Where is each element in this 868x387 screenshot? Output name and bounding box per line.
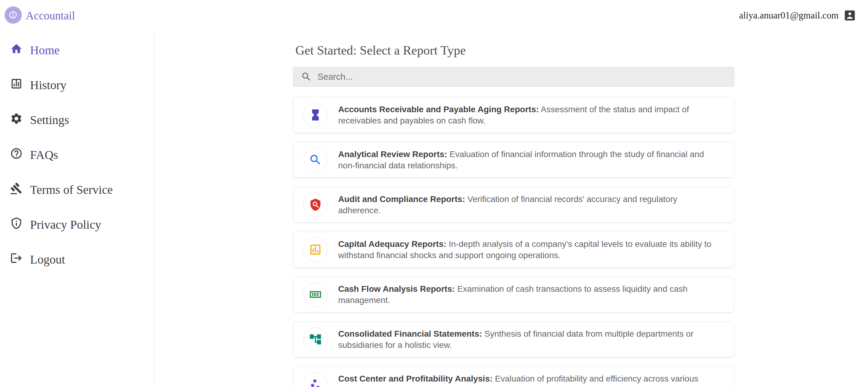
app-header: Accountail aliya.anuar01@gmail.com bbox=[0, 0, 868, 31]
sidebar-item-history[interactable]: History bbox=[0, 68, 154, 102]
report-card-consolidated-statements[interactable]: Consolidated Financial Statements: Synth… bbox=[293, 322, 734, 357]
history-chart-icon bbox=[10, 77, 23, 93]
sidebar-item-settings[interactable]: Settings bbox=[0, 102, 154, 138]
account-area: aliya.anuar01@gmail.com bbox=[739, 9, 857, 22]
report-card-analytical-review[interactable]: Analytical Review Reports: Evaluation of… bbox=[293, 142, 734, 178]
sidebar-item-label: FAQs bbox=[30, 148, 58, 162]
report-title: Capital Adequacy Reports: bbox=[338, 239, 446, 249]
logout-icon bbox=[10, 252, 23, 268]
shield-search-icon bbox=[303, 192, 328, 217]
brand[interactable]: Accountail bbox=[5, 6, 75, 25]
home-icon bbox=[10, 42, 23, 58]
report-card-text: Capital Adequacy Reports: In-depth analy… bbox=[338, 238, 722, 261]
report-title: Analytical Review Reports: bbox=[338, 150, 447, 159]
contact-badge-icon[interactable] bbox=[843, 9, 857, 22]
sidebar-item-label: Terms of Service bbox=[30, 183, 113, 197]
sidebar-item-label: Home bbox=[30, 43, 60, 57]
report-title: Cash Flow Analysis Reports: bbox=[338, 284, 455, 294]
report-card-audit-compliance[interactable]: Audit and Compliance Reports: Verificati… bbox=[293, 187, 734, 222]
report-title: Audit and Compliance Reports: bbox=[338, 195, 465, 204]
page-title: Get Started: Select a Report Type bbox=[296, 42, 734, 59]
brand-name: Accountail bbox=[26, 9, 75, 22]
money-icon bbox=[303, 282, 328, 307]
report-card-text: Consolidated Financial Statements: Synth… bbox=[338, 328, 722, 351]
search-input[interactable] bbox=[293, 67, 734, 87]
sidebar-item-label: Privacy Policy bbox=[30, 217, 101, 232]
sidebar-item-faqs[interactable]: FAQs bbox=[0, 138, 154, 172]
report-card-cost-center[interactable]: Cost Center and Profitability Analysis: … bbox=[293, 366, 734, 387]
shield-icon bbox=[10, 217, 23, 233]
report-title: Cost Center and Profitability Analysis: bbox=[338, 374, 493, 383]
sidebar-item-privacy[interactable]: Privacy Policy bbox=[0, 207, 154, 242]
sidebar-nav: Home History Settings FAQs Terms of Serv… bbox=[0, 31, 154, 387]
bar-chart-icon bbox=[303, 237, 328, 262]
report-title: Consolidated Financial Statements: bbox=[338, 329, 482, 338]
sidebar-item-label: Logout bbox=[30, 252, 65, 267]
sidebar-item-logout[interactable]: Logout bbox=[0, 242, 154, 277]
help-icon bbox=[10, 147, 23, 163]
org-tree-icon bbox=[303, 327, 328, 352]
scatter-plot-icon bbox=[303, 372, 328, 387]
user-email: aliya.anuar01@gmail.com bbox=[739, 10, 839, 21]
report-card-cash-flow[interactable]: Cash Flow Analysis Reports: Examination … bbox=[293, 277, 734, 312]
report-card-text: Audit and Compliance Reports: Verificati… bbox=[338, 194, 722, 216]
main-content: Get Started: Select a Report Type Accoun… bbox=[293, 31, 734, 387]
sidebar-item-terms[interactable]: Terms of Service bbox=[0, 172, 154, 207]
sidebar-item-label: History bbox=[30, 78, 66, 92]
report-card-text: Analytical Review Reports: Evaluation of… bbox=[338, 149, 722, 171]
gavel-icon bbox=[10, 182, 23, 198]
report-card-text: Cost Center and Profitability Analysis: … bbox=[338, 373, 722, 387]
search-bar bbox=[293, 67, 734, 87]
hourglass-icon bbox=[303, 103, 328, 127]
report-card-accounts-receivable[interactable]: Accounts Receivable and Payable Aging Re… bbox=[293, 97, 734, 133]
report-type-list: Accounts Receivable and Payable Aging Re… bbox=[293, 97, 734, 387]
report-title: Accounts Receivable and Payable Aging Re… bbox=[338, 105, 539, 114]
report-card-capital-adequacy[interactable]: Capital Adequacy Reports: In-depth analy… bbox=[293, 232, 734, 268]
accountail-logo-icon bbox=[5, 6, 22, 25]
report-card-text: Cash Flow Analysis Reports: Examination … bbox=[338, 283, 722, 306]
sidebar-item-home[interactable]: Home bbox=[0, 33, 154, 68]
magnifier-icon bbox=[303, 148, 328, 172]
report-card-text: Accounts Receivable and Payable Aging Re… bbox=[338, 104, 722, 126]
gear-icon bbox=[10, 112, 23, 128]
sidebar-item-label: Settings bbox=[30, 113, 69, 127]
